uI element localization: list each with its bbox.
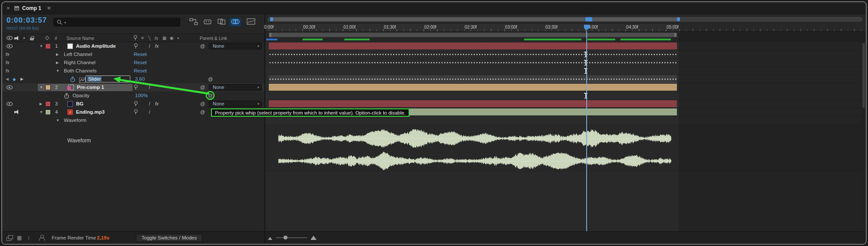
- comp-mini-flowchart-icon[interactable]: [188, 18, 199, 26]
- layer-row-bg[interactable]: ▶ 3 BG / fx @ None▾: [2, 100, 264, 108]
- motion-blur-icon[interactable]: [230, 18, 241, 26]
- property-row-right-channel[interactable]: fx ▶ Right Channel Reset: [2, 59, 264, 67]
- layer-name[interactable]: Audio Amplitude: [76, 42, 116, 50]
- work-area-b****ar[interactable]: [269, 33, 677, 37]
- transfer-controls-pane-icon[interactable]: ▦: [17, 232, 22, 244]
- tab-title[interactable]: Comp 1: [22, 2, 41, 14]
- quality-switch[interactable]: /: [149, 108, 150, 116]
- speaker-icon[interactable]: [14, 110, 20, 115]
- playhead-line[interactable]: [586, 31, 587, 231]
- property-name[interactable]: Right Channel: [64, 59, 96, 67]
- keyframes-row[interactable]: [269, 50, 677, 59]
- source-name-column-header[interactable]: Source Name: [66, 34, 94, 43]
- navigator-start-handle[interactable]: [270, 17, 273, 21]
- shy-layers-icon[interactable]: [202, 18, 213, 26]
- track-waveform-group[interactable]: [265, 116, 866, 125]
- layer-row-audio-amplitude[interactable]: ▼ 1 Audio Amplitude / fx @ None▾: [2, 42, 264, 50]
- zoom-out-icon[interactable]: [268, 237, 272, 240]
- eye-icon[interactable]: [7, 102, 13, 106]
- parent-dropdown[interactable]: None▾: [209, 84, 262, 91]
- opacity-value[interactable]: 100%: [135, 92, 148, 100]
- keyframes-row[interactable]: [269, 59, 677, 67]
- parent-dropdown[interactable]: None▾: [209, 43, 262, 49]
- property-name[interactable]: Opacity: [73, 92, 89, 100]
- current-timecode[interactable]: 0:00:03:57: [7, 16, 47, 25]
- twirl-icon[interactable]: ▶: [40, 100, 42, 108]
- layer-duration-bar[interactable]: [269, 43, 677, 49]
- track-left-channel[interactable]: [265, 50, 866, 59]
- pick-whip-icon[interactable]: @: [200, 83, 205, 92]
- quality-switch[interactable]: /: [149, 83, 150, 92]
- twirl-icon[interactable]: ▼: [40, 108, 43, 116]
- pin-switch-icon[interactable]: [134, 43, 138, 49]
- eye-icon[interactable]: [7, 44, 13, 48]
- quality-switch[interactable]: /: [149, 100, 150, 108]
- property-row-waveform-group[interactable]: ▼ Waveform: [2, 116, 264, 125]
- navigator-view-region[interactable]: [271, 17, 678, 21]
- scrollbar-thumb[interactable]: [862, 43, 865, 108]
- slider-name-field[interactable]: Slider: [86, 75, 130, 82]
- graph-editor-icon[interactable]: [245, 18, 257, 26]
- reset-link[interactable]: Reset: [134, 59, 147, 67]
- zoom-slider-handle[interactable]: [284, 236, 287, 239]
- twirl-icon[interactable]: ▼: [40, 42, 43, 50]
- eye-icon[interactable]: [7, 85, 13, 89]
- property-row-opacity[interactable]: Opacity 100% @: [2, 92, 264, 100]
- track-slider[interactable]: [265, 75, 866, 83]
- property-row-slider[interactable]: ◀ ◆ ▶ Slider 3,60 @: [2, 75, 264, 83]
- frame-blending-icon[interactable]: [216, 18, 227, 26]
- zoom-slider-track[interactable]: [276, 237, 307, 238]
- fx-switch[interactable]: fx: [155, 100, 158, 108]
- label-color-swatch[interactable]: [45, 85, 51, 90]
- time-ruler[interactable]: 0:00f00:30f01:00f01:30f02:00f02:30f03:00…: [265, 24, 866, 32]
- close-icon[interactable]: ×: [7, 2, 10, 14]
- slider-value[interactable]: 3,60: [135, 75, 145, 83]
- layer-duration-bar[interactable]: [269, 100, 677, 107]
- parent-link-column-header[interactable]: Parent & Link: [200, 34, 227, 43]
- track-both-channels[interactable]: [265, 67, 866, 75]
- twirl-icon[interactable]: ▶: [56, 59, 59, 67]
- parent-dropdown[interactable]: None▾: [209, 101, 262, 107]
- property-name[interactable]: Both Channels: [64, 67, 96, 75]
- layer-row-pre-comp-1[interactable]: ▼ 2 Pre-comp 1 / @ None▾: [2, 83, 264, 92]
- property-row-left-channel[interactable]: fx ▶ Left Channel Reset: [2, 50, 264, 59]
- track-right-channel[interactable]: [265, 59, 866, 67]
- playhead-grip[interactable]: [585, 17, 593, 22]
- navigator-end-handle[interactable]: [677, 17, 680, 21]
- vertical-scrollbar[interactable]: [862, 42, 865, 229]
- label-color-swatch[interactable]: [45, 109, 51, 115]
- pin-switch-icon[interactable]: [134, 85, 138, 90]
- property-row-both-channels[interactable]: fx ▼ Both Channels Reset: [2, 67, 264, 75]
- twirl-icon[interactable]: ▼: [56, 67, 59, 75]
- quality-switch[interactable]: /: [149, 42, 150, 50]
- next-keyframe-icon[interactable]: ▶: [20, 75, 23, 83]
- search-input[interactable]: ▾: [53, 18, 180, 26]
- zoom-in-icon[interactable]: [310, 236, 317, 240]
- keyframes-row[interactable]: [269, 75, 677, 83]
- layer-name[interactable]: BG: [76, 100, 83, 108]
- pick-whip-icon[interactable]: @: [200, 42, 205, 50]
- label-color-swatch[interactable]: [45, 101, 51, 107]
- property-group-name[interactable]: Waveform: [64, 116, 86, 125]
- pick-whip-icon[interactable]: @: [208, 75, 213, 83]
- previous-keyframe-icon[interactable]: ◀: [6, 75, 9, 83]
- pick-whip-icon[interactable]: @: [200, 108, 205, 116]
- track-pre-comp-1[interactable]: [265, 83, 866, 92]
- twirl-icon[interactable]: ▼: [56, 116, 59, 125]
- layer-switches-pane-icon[interactable]: [7, 235, 13, 240]
- property-name[interactable]: Left Channel: [64, 50, 92, 59]
- toggle-switches-modes-button[interactable]: Toggle Switches / Modes: [136, 234, 202, 242]
- label-color-swatch[interactable]: [45, 43, 51, 49]
- property-pick-whip-icon[interactable]: @: [208, 92, 213, 100]
- twirl-icon[interactable]: ▼: [40, 83, 43, 92]
- reset-link[interactable]: Reset: [134, 67, 147, 75]
- track-opacity[interactable]: [265, 92, 866, 100]
- pick-whip-icon[interactable]: @: [200, 100, 205, 108]
- in-out-panes-icon[interactable]: ↕: [27, 232, 30, 244]
- pin-switch-icon[interactable]: [134, 109, 138, 115]
- track-bg[interactable]: [265, 100, 866, 108]
- time-navigator[interactable]: [267, 16, 863, 22]
- layer-name[interactable]: Pre-comp 1: [77, 83, 104, 92]
- pin-switch-icon[interactable]: [134, 101, 138, 107]
- track-audio-amplitude[interactable]: [265, 42, 866, 50]
